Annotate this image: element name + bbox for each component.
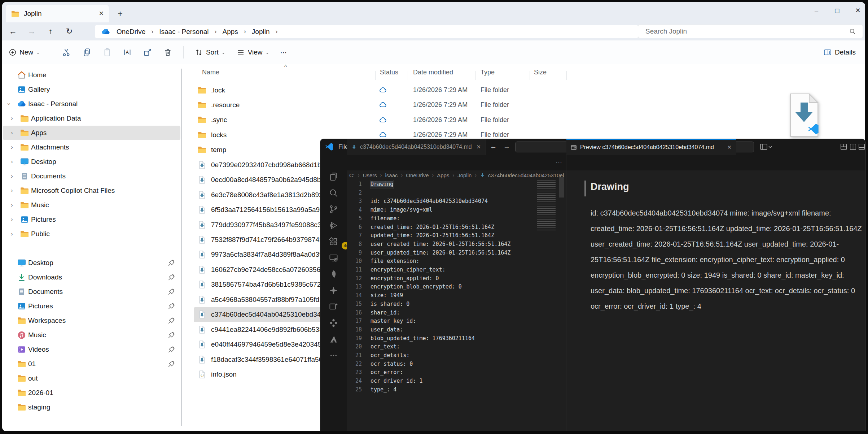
layout-toggle-icon[interactable] bbox=[760, 143, 772, 151]
breadcrumb-segment[interactable]: OneDrive bbox=[117, 28, 145, 36]
explorer-search[interactable] bbox=[638, 25, 863, 38]
code-line[interactable]: 6created_time: 2026-01-25T16:56:51.164Z bbox=[347, 223, 565, 231]
sidebar-item-apps[interactable]: ›Apps bbox=[3, 126, 180, 140]
code-line[interactable]: 3id: c374b60dec5d404ab0425310ebd34074 bbox=[347, 197, 565, 205]
sparkle-icon[interactable] bbox=[329, 286, 338, 295]
code-line[interactable]: 21ocr_details: bbox=[347, 351, 565, 360]
source-control-icon[interactable] bbox=[329, 204, 338, 214]
back-icon[interactable]: ← bbox=[4, 27, 22, 36]
breadcrumb-segment[interactable]: Users bbox=[363, 172, 377, 178]
search-icon[interactable] bbox=[329, 188, 338, 198]
sidebar-item-isaac-personal[interactable]: ›Isaac - Personal bbox=[3, 97, 180, 111]
chevron-right-icon[interactable]: › bbox=[215, 28, 217, 35]
explorer-tab-joplin[interactable]: Joplin ✕ bbox=[6, 5, 109, 22]
file-row[interactable]: .sync1/26/2026 7:29 AMFile folder bbox=[194, 113, 566, 127]
new-button[interactable]: New ⌄ bbox=[9, 48, 40, 56]
sidebar-item-out[interactable]: out bbox=[3, 371, 180, 386]
up-icon[interactable]: ↑ bbox=[41, 27, 60, 36]
code-line[interactable]: 10file_extension: bbox=[347, 257, 565, 265]
chevron-down-icon[interactable]: › bbox=[6, 98, 12, 110]
close-button[interactable]: ✕ bbox=[850, 5, 866, 16]
azure-tools-icon[interactable] bbox=[329, 318, 338, 328]
chevron-right-icon[interactable]: › bbox=[6, 231, 18, 237]
tab-actions-more-icon[interactable]: ⋯ bbox=[551, 155, 566, 170]
view-button[interactable]: View ⌄ bbox=[236, 48, 269, 57]
breadcrumb-segment[interactable]: Apps bbox=[437, 172, 449, 178]
tab-close-icon[interactable]: ✕ bbox=[727, 144, 732, 151]
chevron-right-icon[interactable]: › bbox=[6, 159, 18, 165]
column-header-status[interactable]: Status bbox=[380, 69, 398, 76]
sidebar-item-pictures[interactable]: Pictures bbox=[3, 299, 180, 313]
column-header-size[interactable]: Size bbox=[534, 69, 547, 76]
sidebar-item-desktop[interactable]: ›Desktop bbox=[3, 155, 180, 169]
code-line[interactable]: 2 bbox=[347, 188, 565, 197]
column-divider[interactable] bbox=[408, 71, 408, 80]
file-row[interactable]: .lock1/26/2026 7:29 AMFile folder bbox=[194, 83, 566, 97]
code-line[interactable]: 4mime: image/svg+xml bbox=[347, 205, 565, 214]
column-divider[interactable] bbox=[530, 71, 530, 80]
sidebar-item-workspaces[interactable]: Workspaces bbox=[3, 313, 180, 328]
code-line[interactable]: 11encryption_cipher_text: bbox=[347, 265, 565, 274]
code-line[interactable]: 5filename: bbox=[347, 214, 565, 223]
sidebar-item-home[interactable]: Home bbox=[3, 68, 180, 82]
column-divider[interactable] bbox=[566, 71, 567, 80]
sidebar-item-downloads[interactable]: Downloads bbox=[3, 270, 180, 285]
sidebar-item-attachments[interactable]: ›Attachments bbox=[3, 140, 180, 155]
sidebar-item-documents[interactable]: Documents bbox=[3, 285, 180, 299]
sidebar-item-videos[interactable]: Videos bbox=[3, 342, 180, 357]
code-line[interactable]: 23ocr_error: bbox=[347, 368, 565, 377]
editor-group-divider[interactable] bbox=[566, 155, 566, 431]
chevron-right-icon[interactable]: › bbox=[6, 144, 18, 151]
cut-icon[interactable] bbox=[62, 48, 71, 57]
remote-explorer-icon[interactable] bbox=[329, 253, 338, 263]
file-row[interactable]: .resource1/26/2026 7:29 AMFile folder bbox=[194, 97, 566, 112]
code-line[interactable]: 17master_key_id: bbox=[347, 317, 565, 325]
sidebar-scrollbar[interactable] bbox=[181, 69, 182, 426]
breadcrumb-segment[interactable]: Joplin bbox=[457, 172, 472, 178]
breadcrumb-segment[interactable]: c374b60dec5d404ab0425310eb bbox=[488, 172, 564, 178]
delete-icon[interactable] bbox=[163, 48, 172, 57]
chevron-right-icon[interactable]: › bbox=[6, 187, 18, 194]
split-editor-icon[interactable] bbox=[849, 143, 857, 151]
sidebar-item-music[interactable]: Music bbox=[3, 328, 180, 342]
code-line[interactable]: 24ocr_driver_id: 1 bbox=[347, 377, 565, 385]
breadcrumb-segment[interactable]: Joplin bbox=[252, 28, 270, 36]
sidebar-item-documents[interactable]: ›Documents bbox=[3, 169, 180, 183]
back-icon[interactable]: ← bbox=[490, 143, 497, 151]
column-header-type[interactable]: Type bbox=[481, 69, 495, 76]
sidebar-item-desktop[interactable]: Desktop bbox=[3, 256, 180, 270]
minimap-slider[interactable] bbox=[559, 177, 564, 198]
chevron-right-icon[interactable]: › bbox=[276, 28, 278, 35]
column-divider[interactable] bbox=[375, 71, 376, 80]
breadcrumb-segment[interactable]: OneDrive bbox=[406, 172, 429, 178]
maximize-button[interactable]: ◻ bbox=[829, 5, 845, 16]
copy-icon[interactable] bbox=[82, 48, 92, 57]
forward-icon[interactable]: → bbox=[22, 27, 41, 36]
code-line[interactable]: 8user_created_time: 2026-01-25T16:56:51.… bbox=[347, 240, 565, 248]
paste-icon[interactable] bbox=[102, 48, 112, 57]
breadcrumb-segment[interactable]: C: bbox=[349, 172, 355, 178]
chevron-right-icon[interactable]: › bbox=[244, 28, 246, 35]
column-header-date-modified[interactable]: Date modified bbox=[413, 69, 453, 76]
details-button[interactable]: Details bbox=[823, 46, 856, 58]
explorer-icon[interactable] bbox=[329, 172, 338, 182]
code-line[interactable]: 22ocr_status: 0 bbox=[347, 360, 565, 368]
run-and-debug-icon[interactable] bbox=[329, 221, 338, 230]
tab-close-icon[interactable]: ✕ bbox=[476, 144, 481, 150]
code-line[interactable]: 20ocr_text: bbox=[347, 342, 565, 351]
tab-markdown-file[interactable]: c374b60dec5d404ab0425310ebd34074.md ✕ bbox=[347, 139, 486, 155]
code-line[interactable]: 14size: 1949 bbox=[347, 291, 565, 300]
sort-button[interactable]: Sort ⌄ bbox=[194, 48, 225, 57]
sidebar-item-music[interactable]: ›Music bbox=[3, 198, 180, 212]
sidebar-item-staging[interactable]: staging bbox=[3, 400, 180, 415]
sidebar-item-2026-01[interactable]: 2026-01 bbox=[3, 386, 180, 400]
breadcrumb-segment[interactable]: Isaac - Personal bbox=[159, 28, 209, 36]
sidebar-item-gallery[interactable]: Gallery bbox=[3, 82, 180, 97]
code-line[interactable]: 13encryption_blob_encrypted: 0 bbox=[347, 282, 565, 291]
search-input[interactable] bbox=[638, 27, 849, 36]
sidebar-item-01[interactable]: 01 bbox=[3, 357, 180, 371]
share-icon[interactable] bbox=[143, 48, 152, 57]
sidebar-item-application-data[interactable]: ›Application Data bbox=[3, 111, 180, 126]
extensions-icon[interactable]: ⚠ bbox=[329, 237, 338, 247]
minimap[interactable] bbox=[537, 180, 556, 230]
